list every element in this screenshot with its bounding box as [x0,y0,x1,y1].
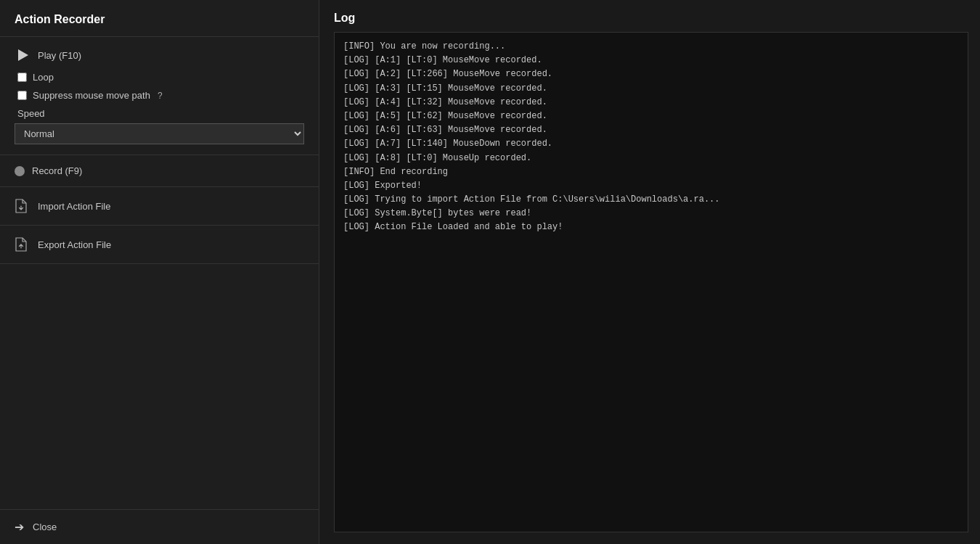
record-label: Record (F9) [32,165,82,176]
play-button-row: Play (F10) [15,47,304,63]
app-container: Action Recorder Play (F10) Loop Suppress… [0,0,980,544]
log-line: [LOG] [A:1] [LT:0] MouseMove recorded. [343,54,959,67]
play-button[interactable] [15,47,30,63]
log-line: [LOG] Action File Loaded and able to pla… [343,221,959,234]
close-label: Close [33,522,57,532]
export-file-icon [15,237,28,252]
log-line: [LOG] [A:8] [LT:0] MouseUp recorded. [343,152,959,165]
speed-select[interactable]: Normal Fast Slow Very Fast Very Slow [15,123,304,144]
suppress-label: Suppress mouse move path [33,90,150,101]
import-section[interactable]: Import Action File [0,187,319,226]
export-label: Export Action File [38,239,111,250]
play-icon [18,49,28,61]
record-section[interactable]: Record (F9) [0,155,319,187]
log-line: [LOG] [A:2] [LT:266] MouseMove recorded. [343,67,959,81]
play-section: Play (F10) Loop Suppress mouse move path… [0,37,319,155]
loop-row: Loop [15,72,304,83]
close-section[interactable]: ➔ Close [0,509,319,544]
log-line: [LOG] [A:6] [LT:63] MouseMove recorded. [343,123,959,137]
log-line: [LOG] [A:4] [LT:32] MouseMove recorded. [343,96,959,110]
loop-checkbox[interactable] [17,73,27,82]
suppress-checkbox[interactable] [17,91,27,100]
log-line: [INFO] You are now recording... [343,40,959,54]
help-icon[interactable]: ? [158,91,163,101]
right-panel: Log [INFO] You are now recording...[LOG]… [319,0,980,544]
play-label: Play (F10) [38,50,81,61]
log-container[interactable]: [INFO] You are now recording...[LOG] [A:… [334,32,968,532]
speed-label: Speed [15,108,304,119]
log-line: [LOG] [A:3] [LT:15] MouseMove recorded. [343,82,959,96]
loop-label: Loop [33,72,54,83]
close-icon: ➔ [15,520,24,534]
log-line: [LOG] Trying to import Action File from … [343,193,959,207]
panel-title: Action Recorder [0,0,319,36]
log-line: [LOG] System.Byte[] bytes were read! [343,207,959,221]
log-title: Log [334,12,968,25]
log-line: [LOG] [A:7] [LT:140] MouseDown recorded. [343,137,959,151]
suppress-row: Suppress mouse move path ? [15,90,304,101]
log-line: [LOG] Exported! [343,179,959,193]
log-line: [INFO] End recording [343,165,959,179]
export-section[interactable]: Export Action File [0,226,319,264]
left-panel: Action Recorder Play (F10) Loop Suppress… [0,0,319,544]
log-line: [LOG] [A:5] [LT:62] MouseMove recorded. [343,110,959,123]
spacer [0,264,319,509]
record-icon [15,166,25,176]
import-file-icon [15,199,28,213]
import-label: Import Action File [38,201,110,212]
